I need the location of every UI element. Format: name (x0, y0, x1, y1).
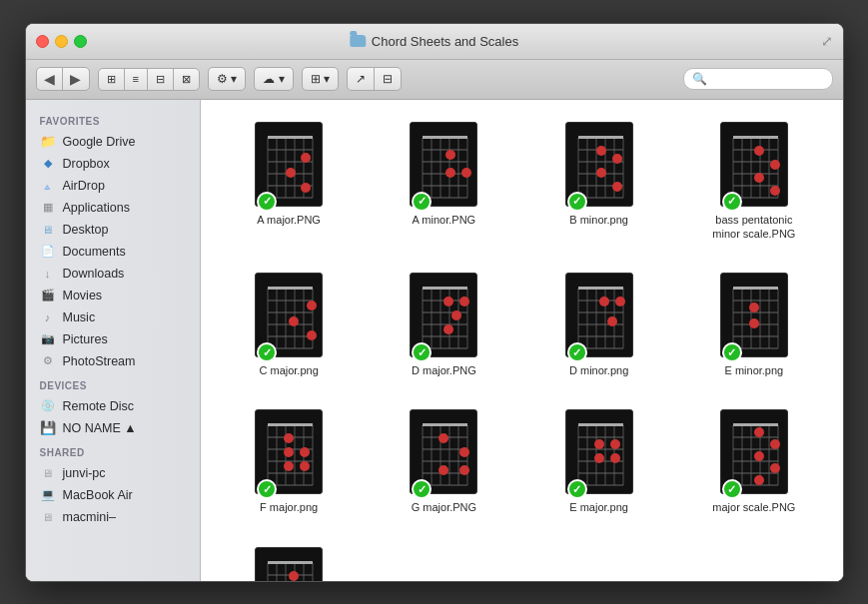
sidebar-item-music[interactable]: ♪ Music (26, 306, 200, 328)
file-item[interactable]: ✓G major.PNG (372, 403, 516, 520)
sidebar-item-macmini[interactable]: 🖥 macmini– (26, 506, 200, 528)
sidebar-item-google-drive[interactable]: 📁 Google Drive (26, 131, 200, 153)
file-name: F major.png (260, 500, 318, 514)
pictures-icon: 📷 (40, 331, 56, 347)
file-item[interactable]: ✓C major.png (217, 267, 362, 383)
checkmark-badge: ✓ (722, 192, 742, 212)
file-item[interactable]: ✓major scale.PNG (681, 403, 826, 520)
share-button[interactable]: ☁ ▾ (255, 68, 292, 90)
minimize-button[interactable] (55, 35, 68, 48)
link-button[interactable]: ⊟ (375, 68, 401, 90)
svg-point-155 (284, 461, 294, 471)
sidebar-item-dropbox[interactable]: ◆ Dropbox (26, 153, 200, 175)
file-thumb-wrapper: ✓ (410, 273, 477, 357)
resize-control[interactable]: ⤢ (821, 33, 833, 49)
sidebar-item-macbook-air[interactable]: 💻 MacBook Air (26, 484, 200, 506)
file-item[interactable]: ✓A major.PNG (217, 116, 362, 233)
macmini-icon: 🖥 (40, 509, 56, 525)
svg-point-103 (451, 310, 461, 320)
maximize-button[interactable] (74, 35, 87, 48)
svg-point-84 (307, 301, 317, 310)
file-name: E major.png (569, 500, 628, 514)
checkmark-badge: ✓ (257, 192, 277, 212)
search-input[interactable] (711, 72, 824, 86)
share-group: ☁ ▾ (254, 67, 293, 91)
sidebar-item-documents[interactable]: 📄 Documents (26, 241, 200, 263)
sidebar-item-airdrop[interactable]: ⟁ AirDrop (26, 175, 200, 197)
arrange-group: ⊞ ▾ (302, 67, 339, 91)
file-grid: ✓A major.PNG✓A minor.PNG✓B minor.png✓bas… (217, 116, 827, 581)
svg-point-66 (754, 146, 764, 156)
svg-rect-30 (423, 136, 467, 139)
svg-point-85 (289, 316, 299, 326)
file-item[interactable]: ✓F major.png (217, 403, 362, 520)
svg-point-119 (599, 297, 609, 306)
svg-point-49 (612, 154, 622, 164)
svg-rect-100 (423, 287, 467, 290)
svg-point-15 (286, 168, 296, 178)
file-item[interactable]: ✓A minor.PNG (372, 116, 516, 233)
sidebar-item-desktop[interactable]: 🖥 Desktop (26, 219, 200, 241)
column-view-button[interactable]: ⊟ (148, 69, 174, 90)
sidebar-item-movies[interactable]: 🎬 Movies (26, 285, 200, 306)
file-item[interactable]: ✓E major.png (526, 403, 671, 520)
sidebar-item-photostream[interactable]: ⚙ PhotoStream (26, 350, 200, 372)
svg-point-210 (770, 463, 780, 473)
file-item[interactable]: ✓B minor.png (526, 116, 671, 233)
search-icon: 🔍 (692, 72, 707, 86)
back-button[interactable]: ◀ (37, 68, 63, 90)
search-bar: 🔍 (683, 68, 833, 90)
svg-rect-13 (268, 136, 313, 139)
svg-point-211 (754, 475, 764, 485)
forward-button[interactable]: ▶ (63, 68, 89, 90)
svg-point-207 (754, 427, 764, 437)
file-name: B minor.png (569, 213, 628, 227)
arrange-button[interactable]: ⊞ ▾ (303, 68, 338, 90)
file-item[interactable]: ✓E minor.png (681, 267, 826, 383)
svg-point-174 (459, 465, 469, 475)
sidebar-item-pictures[interactable]: 📷 Pictures (26, 328, 200, 350)
quicklook-button[interactable]: ↗ (348, 68, 375, 90)
file-item[interactable]: ✓bass pentatonic minor scale.PNG (681, 116, 826, 248)
svg-point-104 (443, 324, 453, 334)
file-thumb-wrapper: ✓ (410, 122, 477, 207)
file-name: D major.PNG (412, 363, 476, 377)
file-item[interactable]: ✓D major.PNG (372, 267, 516, 383)
svg-point-16 (301, 183, 311, 193)
action-button[interactable]: ⚙ ▾ (209, 68, 245, 90)
file-name: E minor.png (725, 363, 784, 377)
svg-rect-151 (268, 423, 313, 426)
checkmark-badge: ✓ (722, 342, 742, 362)
icon-view-button[interactable]: ⊞ (99, 69, 125, 90)
documents-icon: 📄 (40, 244, 56, 260)
checkmark-badge: ✓ (412, 342, 432, 362)
svg-point-172 (459, 447, 469, 457)
svg-rect-135 (733, 287, 778, 290)
junvi-pc-icon: 🖥 (40, 465, 56, 481)
sidebar-item-no-name[interactable]: 💾 NO NAME ▲ (26, 417, 200, 439)
sidebar-item-applications[interactable]: ▦ Applications (26, 197, 200, 219)
devices-header: DEVICES (26, 372, 200, 395)
file-thumb-wrapper: ✓ (720, 273, 788, 357)
file-name: C major.png (259, 363, 318, 377)
macbook-air-icon: 💻 (40, 487, 56, 503)
quicklook-group: ↗ ⊟ (347, 67, 402, 91)
checkmark-badge: ✓ (412, 192, 432, 212)
movies-icon: 🎬 (40, 288, 56, 303)
close-button[interactable] (36, 35, 49, 48)
sidebar-item-downloads[interactable]: ↓ Downloads (26, 263, 200, 285)
file-item[interactable]: ✓D minor.png (526, 267, 671, 383)
nav-button-group: ◀ ▶ (36, 67, 90, 91)
file-item[interactable]: ✓Pentatonic Scale.PNG (217, 541, 362, 581)
svg-point-31 (445, 150, 455, 160)
file-thumb-wrapper: ✓ (255, 273, 323, 357)
sidebar-item-junvi-pc[interactable]: 🖥 junvi-pc (26, 462, 200, 484)
coverflow-view-button[interactable]: ⊠ (174, 69, 199, 90)
svg-rect-47 (578, 136, 623, 139)
file-thumb-wrapper: ✓ (720, 122, 788, 207)
action-group: ⚙ ▾ (208, 67, 246, 91)
desktop-icon: 🖥 (40, 222, 56, 238)
list-view-button[interactable]: ≡ (125, 69, 148, 90)
sidebar-item-remote-disc[interactable]: 💿 Remote Disc (26, 395, 200, 417)
finder-window: Chord Sheets and Scales ⤢ ◀ ▶ ⊞ ≡ ⊟ ⊠ ⚙ … (25, 23, 844, 582)
